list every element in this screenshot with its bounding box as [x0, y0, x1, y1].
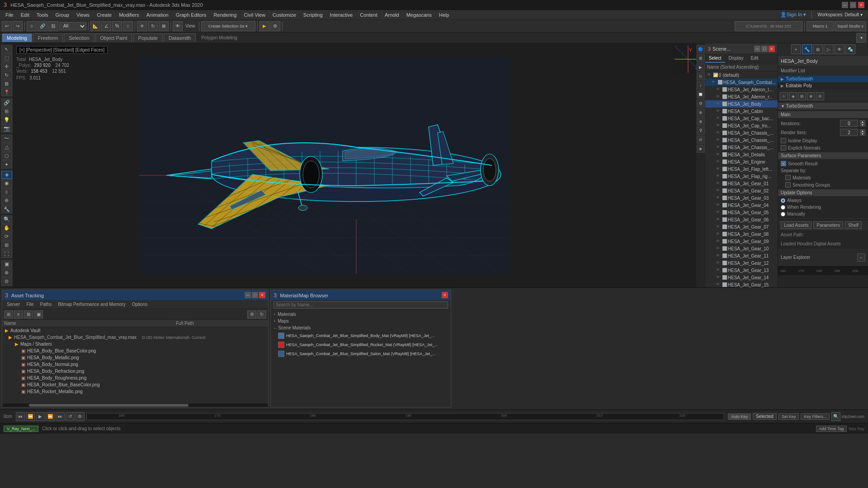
scene-node-hesajetchassis[interactable]: 👁△HESA_Jet_Chassis_... — [705, 129, 778, 136]
scene-node-hesajetgear10[interactable]: 👁△HESA_Jet_Gear_10 — [705, 245, 778, 252]
snap-toggle[interactable]: 📐 — [90, 21, 100, 31]
modifier-editable-poly[interactable]: ▶ Editable Poly — [778, 82, 868, 89]
scene-node-hesajetgear05[interactable]: 👁△HESA_Jet_Gear_05 — [705, 209, 778, 216]
tab-datasmith[interactable]: Datasmith — [164, 33, 196, 42]
prop-icon-display[interactable]: 👁 — [835, 44, 844, 54]
tool-zoom[interactable]: 🔍 — [1, 216, 12, 224]
vp-right-btn4[interactable]: ⊙ — [697, 72, 705, 80]
select-button[interactable]: ⊹ — [27, 21, 37, 31]
scene-node-hesajetgear04[interactable]: 👁△HESA_Jet_Gear_04 — [705, 202, 778, 209]
vp-right-btn5[interactable]: ↕ — [697, 81, 705, 89]
scene-node-hesajetgear14[interactable]: 👁△HESA_Jet_Gear_14 — [705, 274, 778, 281]
tool-compound[interactable]: ⬡ — [1, 152, 12, 160]
tool-particle[interactable]: ✦ — [1, 160, 12, 169]
scene-node-hesajetgear07[interactable]: 👁△HESA_Jet_Gear_07 — [705, 223, 778, 230]
manually-radio[interactable] — [781, 212, 785, 216]
mb-section-materials[interactable]: + Materials — [271, 311, 451, 318]
tool-rotate[interactable]: ↻ — [1, 71, 12, 79]
menu-scripting[interactable]: Scripting — [300, 10, 326, 19]
scene-node-hesajetgear08[interactable]: 👁△HESA_Jet_Gear_08 — [705, 230, 778, 238]
tl-play[interactable]: ▶ — [36, 412, 45, 421]
view-btn[interactable]: 👁 — [173, 21, 183, 31]
prop-icon-create[interactable]: + — [791, 44, 801, 54]
mb-mat-rocket[interactable]: HESA_Saeqeh_Combat_Jet_Blue_Simplified_R… — [271, 340, 451, 349]
unlink-button[interactable]: ⛓ — [48, 21, 58, 31]
scene-node-hesajetgear13[interactable]: 👁△HESA_Jet_Gear_13 — [705, 267, 778, 274]
menu-modifiers[interactable]: Modifiers — [115, 10, 143, 19]
scene-minimize[interactable]: ─ — [754, 46, 760, 52]
minimize-button[interactable]: ─ — [842, 2, 848, 8]
undo-button[interactable]: ↩ — [2, 21, 12, 31]
load-assets-btn[interactable]: Load Assets — [781, 221, 811, 229]
tab-freeform[interactable]: Freeform — [33, 33, 63, 42]
create-selection-btn[interactable]: Create Selection Se ▾ — [201, 21, 255, 31]
smooth-result-checkbox[interactable]: ✓ — [781, 161, 786, 166]
scene-node-hesajetflapleft[interactable]: 👁△HESA_Jet_Flap_left... — [705, 165, 778, 173]
tool-modifier3[interactable]: ◊ — [1, 188, 12, 196]
percent-snap[interactable]: % — [112, 21, 122, 31]
iterations-input[interactable] — [840, 120, 858, 127]
menu-arnold[interactable]: Arnold — [381, 10, 403, 19]
scene-node-hesasaeqehcombat[interactable]: 👁⬡HESA_Saeqeh_Combat... — [705, 79, 778, 86]
tool-link[interactable]: 🔗 — [1, 99, 12, 107]
scene-node-hesajetgear01[interactable]: 👁△HESA_Jet_Gear_01 — [705, 180, 778, 187]
scene-close[interactable]: ✕ — [769, 46, 775, 52]
at-list[interactable]: ▶ Autodesk Vault ▶ HESA_Saeqeh_Combat_Je… — [2, 327, 268, 404]
menu-interactive[interactable]: Interactive — [326, 10, 357, 19]
at-texture-7[interactable]: ▣ HESA_Rocket_Metallic.png — [2, 388, 268, 395]
scene-node-hesajetgear06[interactable]: 👁△HESA_Jet_Gear_06 — [705, 216, 778, 223]
mb-section-maps[interactable]: + Maps — [271, 318, 451, 324]
menu-file[interactable]: File — [2, 10, 17, 19]
tab-object-paint[interactable]: Object Paint — [95, 33, 132, 42]
select-move[interactable]: ✛ — [137, 21, 147, 31]
vp-right-btn6[interactable]: 🔲 — [697, 90, 705, 99]
menu-content[interactable]: Content — [356, 10, 381, 19]
tool-spline[interactable]: 〜 — [1, 135, 12, 143]
vp-right-btn7[interactable]: ⚙ — [697, 99, 705, 108]
at-minimize[interactable]: ─ — [245, 292, 251, 298]
vp-right-btn1[interactable]: 🔵 — [697, 45, 705, 53]
tool-geometry[interactable]: △ — [1, 143, 12, 151]
tl-goto-start[interactable]: ⏮ — [16, 412, 25, 421]
menu-customize[interactable]: Customize — [269, 10, 300, 19]
shelf-btn[interactable]: Shelf — [845, 221, 862, 229]
workspaces-label[interactable]: Workspaces: Default ▾ — [814, 10, 866, 19]
at-restore[interactable]: □ — [252, 292, 258, 298]
at-menu-bitmap[interactable]: Bitmap Performance and Memory — [55, 301, 128, 307]
at-btn-refresh[interactable]: ↻ — [257, 310, 266, 319]
sub-toolbar-options[interactable]: ▾ — [856, 33, 866, 43]
scene-node-hesajetchassis[interactable]: 👁△HESA_Jet_Chassis_... — [705, 144, 778, 151]
render-btn[interactable]: ▶ — [259, 21, 269, 31]
menu-megascans[interactable]: Megascans — [403, 10, 435, 19]
ts-icon-4[interactable]: ⊗ — [807, 92, 815, 100]
key-filters-btn[interactable]: Key Filters... — [801, 413, 830, 420]
menu-group[interactable]: Group — [52, 10, 73, 19]
redo-button[interactable]: ↪ — [13, 21, 23, 31]
vp-right-btn11[interactable]: ⊘ — [697, 136, 705, 144]
at-hscroll[interactable] — [2, 404, 268, 407]
scene-node-hesajetflaprig[interactable]: 👁△HESA_Jet_Flap_rig... — [705, 173, 778, 180]
mb-mat-salon[interactable]: HESA_Saeqeh_Combat_Jet_Blue_Simplified_S… — [271, 349, 451, 358]
mb-search-input[interactable] — [274, 301, 448, 309]
tool-scale[interactable]: ⊠ — [1, 80, 12, 88]
tab-selection[interactable]: Selection — [64, 33, 94, 42]
scene-node-hesajetaileronr[interactable]: 👁△HESA_Jet_Aileron_r... — [705, 93, 778, 100]
vp-right-btn2[interactable]: ⊞ — [697, 54, 705, 62]
scene-restore[interactable]: □ — [761, 46, 768, 52]
scene-node-hesajetcabin[interactable]: 👁△HESA_Jet_Cabin — [705, 108, 778, 115]
add-time-tag-btn[interactable]: Add Time Tag — [816, 426, 847, 432]
at-texture-1[interactable]: ▣ HESA_Body_Blue_BaseColor.png — [2, 347, 268, 354]
tl-loop[interactable]: ↺ — [66, 412, 75, 421]
ts-icon-5[interactable]: ⊘ — [816, 92, 824, 100]
at-menu-options[interactable]: Options — [129, 301, 150, 307]
at-hscroll-thumb[interactable] — [29, 404, 189, 407]
at-file[interactable]: ▶ HESA_Saeqeh_Combat_Jet_Blue_Simplified… — [2, 334, 268, 341]
link-button[interactable]: 🔗 — [38, 21, 47, 31]
mb-mat-body[interactable]: HESA_Saeqeh_Combat_Jet_Blue_Simplified_B… — [271, 331, 451, 340]
angle-snap[interactable]: ∠ — [101, 21, 111, 31]
menu-tools[interactable]: Tools — [33, 10, 52, 19]
tool-place[interactable]: 📍 — [1, 88, 12, 96]
menu-create[interactable]: Create — [93, 10, 115, 19]
restore-button[interactable]: □ — [850, 2, 856, 8]
tab-modeling[interactable]: Modeling — [2, 33, 32, 42]
